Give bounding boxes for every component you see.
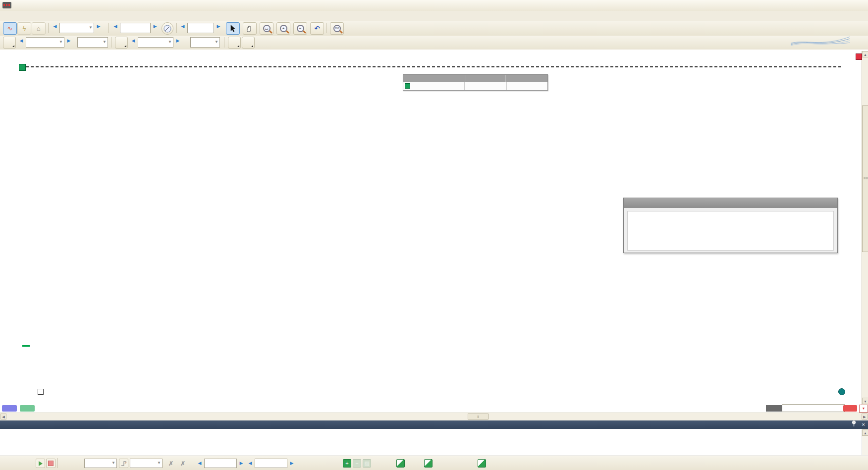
pico-technology-logo: [789, 22, 863, 50]
app-icon: [2, 2, 11, 8]
persistence-button[interactable]: ϟ: [17, 22, 31, 35]
ruler-handle[interactable]: [19, 64, 26, 71]
zoom-factor-down-arrow[interactable]: ◀: [179, 24, 186, 29]
notes-toggle-icon[interactable]: [424, 459, 433, 468]
next-view-arrow[interactable]: ▶: [95, 24, 102, 29]
picoscope-window: ∿ ϟ ⌂ ◀ ▼ ▶ ◀ ▶ ◀ ▶ ▭ + − ↶ 100 ◀ ▼: [0, 0, 868, 470]
stop-icon: [48, 461, 54, 466]
home-button[interactable]: ⌂: [32, 22, 46, 35]
magnifier-window-icon: ▭: [263, 25, 271, 32]
channel-c-swatch: [405, 83, 410, 89]
zoom-overview-window[interactable]: [623, 198, 838, 253]
pin-icon[interactable]: [851, 420, 857, 427]
edit-measurement-button[interactable]: ▨: [363, 459, 371, 468]
bottom-ruler-handle[interactable]: [38, 389, 44, 395]
hand-tool[interactable]: [243, 22, 257, 35]
channel-a-range-combo[interactable]: ▼: [26, 37, 64, 48]
notes-content[interactable]: [0, 429, 868, 456]
zoom-in-tool[interactable]: +: [276, 22, 290, 35]
zoom-factor-field[interactable]: [187, 23, 214, 33]
notes-close-icon[interactable]: ×: [862, 420, 865, 429]
amperage-ruler-line[interactable]: [26, 66, 841, 67]
normal-selection-tool[interactable]: [226, 22, 240, 35]
zoom-overview-chart[interactable]: [627, 211, 834, 251]
trigger-channel-combo[interactable]: ▼: [130, 459, 163, 468]
channel-labels-toggle-icon[interactable]: [478, 459, 486, 468]
measurements-overlay[interactable]: [403, 74, 548, 91]
hscroll-left-arrow[interactable]: ◀: [0, 414, 6, 419]
prev-page-arrow[interactable]: ◀: [112, 24, 119, 29]
meas-close-button[interactable]: [538, 75, 544, 82]
menu-bar: [0, 11, 868, 21]
view-select-combo[interactable]: ▼: [59, 23, 94, 33]
vscroll-down-arrow[interactable]: ▼: [862, 398, 868, 404]
axis-bottom-marker[interactable]: [838, 388, 845, 395]
meas-value-2: [465, 82, 506, 90]
channel-b-range-up[interactable]: ▶: [174, 38, 181, 43]
channel-d-button[interactable]: [242, 37, 255, 49]
vscroll-up-arrow[interactable]: ▲: [862, 51, 868, 57]
channel-a-scale-badge[interactable]: [2, 405, 17, 412]
notes-scrollbar[interactable]: ▲: [862, 429, 868, 455]
marquee-zoom-tool[interactable]: 100: [330, 22, 344, 35]
channel-c-button[interactable]: [228, 37, 241, 49]
delta-frequency-label: [766, 405, 782, 412]
waveform-view-button[interactable]: ∿: [3, 22, 17, 35]
posttrigger-field[interactable]: [255, 459, 287, 468]
rising-edge-icon: [121, 461, 127, 467]
pretrigger-right-arrow[interactable]: ▶: [238, 461, 245, 466]
trigger-mode-combo[interactable]: ▼: [84, 459, 117, 468]
channel-a-button[interactable]: [3, 37, 16, 49]
axis-select-dropdown[interactable]: ▼: [859, 405, 868, 413]
meas-value-delta: [507, 82, 547, 90]
add-measurement-button[interactable]: +: [343, 459, 351, 468]
zoom-window-tool[interactable]: ▭: [260, 22, 273, 35]
pretrigger-field[interactable]: [204, 459, 237, 468]
notes-scroll-up[interactable]: ▲: [862, 429, 868, 436]
channel-b-axis-marker[interactable]: [856, 53, 862, 60]
channel-b-scale-badge[interactable]: [843, 405, 857, 412]
pretrigger-left-arrow[interactable]: ◀: [196, 461, 203, 466]
stop-capture-button[interactable]: [46, 459, 55, 468]
meas-col-1: [403, 75, 466, 82]
hscroll-thumb[interactable]: ‖: [468, 414, 488, 419]
channel-a-probe-combo[interactable]: ▼: [77, 37, 108, 48]
channel-b-button[interactable]: [115, 37, 128, 49]
zoom-factor-up-arrow[interactable]: ▶: [215, 24, 222, 29]
compass-icon[interactable]: [162, 22, 173, 35]
posttrigger-left-arrow[interactable]: ◀: [247, 461, 254, 466]
status-bar: ▼ ▼ ✗ ✗ ◀ ▶ ◀ ▶ + − ▨: [0, 456, 868, 470]
posttrigger-right-arrow[interactable]: ▶: [288, 461, 295, 466]
trigger-edge-button[interactable]: [119, 459, 128, 468]
chevron-down-icon: ▼: [89, 25, 93, 30]
hscroll-right-arrow[interactable]: ▶: [862, 414, 868, 419]
channel-a-range-down[interactable]: ◀: [18, 38, 25, 43]
channel-c-scale-badge[interactable]: [20, 405, 35, 412]
zoom-overview-titlebar[interactable]: [624, 198, 837, 208]
vscroll-thumb[interactable]: ≡≡: [862, 105, 868, 252]
main-toolbar: ∿ ϟ ⌂ ◀ ▼ ▶ ◀ ▶ ◀ ▶ ▭ + − ↶ 100: [0, 21, 868, 36]
horizontal-scrollbar[interactable]: ◀ ‖ ▶: [0, 413, 868, 420]
channel-c-zero-marker[interactable]: [22, 345, 30, 347]
remove-measurement-button[interactable]: −: [353, 459, 361, 468]
magnifier-100-icon: 100: [333, 25, 341, 32]
pico-wave-graphic: [791, 35, 850, 48]
magnifier-plus-icon: +: [280, 25, 287, 32]
channel-a-range-up[interactable]: ▶: [65, 38, 72, 43]
zoom-out-tool[interactable]: −: [293, 22, 307, 35]
notes-panel-header[interactable]: ×: [0, 420, 868, 429]
prev-view-arrow[interactable]: ◀: [52, 24, 58, 29]
rulers-toggle-icon[interactable]: [396, 459, 405, 468]
play-icon: [39, 461, 43, 466]
channel-b-range-combo[interactable]: ▼: [138, 37, 173, 48]
trigger-single-icon[interactable]: ✗: [168, 460, 173, 467]
meas-minimize-button[interactable]: [532, 75, 538, 82]
undo-zoom-button[interactable]: ↶: [310, 22, 324, 35]
next-page-arrow[interactable]: ▶: [152, 24, 159, 29]
channel-b-range-down[interactable]: ◀: [130, 38, 137, 43]
start-capture-button[interactable]: [36, 459, 45, 468]
channel-b-probe-combo[interactable]: ▼: [190, 37, 220, 48]
trigger-repeat-icon[interactable]: ✗: [180, 460, 185, 467]
vertical-scrollbar[interactable]: ▲ ≡≡ ▼: [862, 51, 868, 405]
title-bar: [0, 0, 868, 11]
